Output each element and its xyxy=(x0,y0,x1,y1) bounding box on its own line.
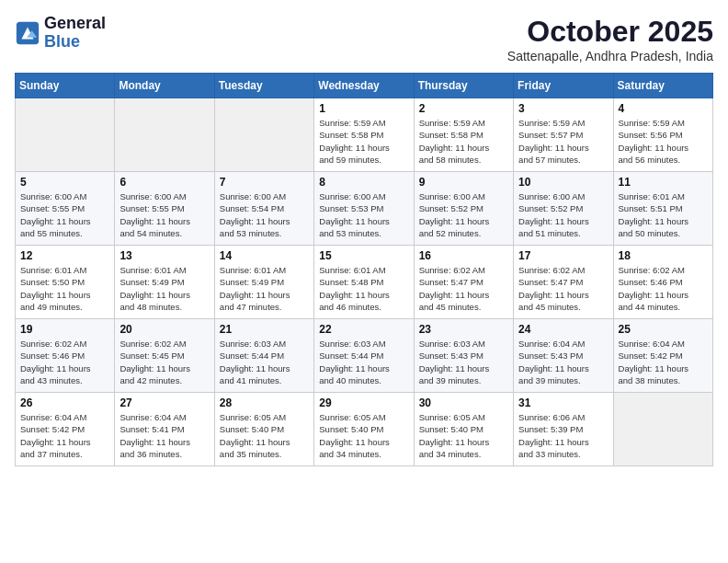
header-saturday: Saturday xyxy=(613,74,712,98)
calendar-cell: 13Sunrise: 6:01 AM Sunset: 5:49 PM Dayli… xyxy=(115,246,214,319)
page-header: General Blue October 2025 Sattenapalle, … xyxy=(15,15,713,63)
day-info: Sunrise: 6:06 AM Sunset: 5:39 PM Dayligh… xyxy=(518,411,608,460)
calendar-cell: 25Sunrise: 6:04 AM Sunset: 5:42 PM Dayli… xyxy=(613,319,712,393)
day-number: 30 xyxy=(419,396,508,409)
day-number: 13 xyxy=(119,249,209,262)
calendar-cell: 9Sunrise: 6:00 AM Sunset: 5:52 PM Daylig… xyxy=(414,172,513,246)
month-title: October 2025 xyxy=(507,15,713,49)
calendar-cell: 8Sunrise: 6:00 AM Sunset: 5:53 PM Daylig… xyxy=(314,172,414,246)
day-info: Sunrise: 6:05 AM Sunset: 5:40 PM Dayligh… xyxy=(220,411,309,460)
day-number: 10 xyxy=(518,176,608,189)
calendar-cell: 10Sunrise: 6:00 AM Sunset: 5:52 PM Dayli… xyxy=(514,172,613,246)
calendar-cell xyxy=(214,98,313,172)
day-info: Sunrise: 5:59 AM Sunset: 5:58 PM Dayligh… xyxy=(319,117,408,166)
day-number: 28 xyxy=(220,396,309,409)
calendar-cell: 11Sunrise: 6:01 AM Sunset: 5:51 PM Dayli… xyxy=(613,172,712,246)
day-info: Sunrise: 5:59 AM Sunset: 5:58 PM Dayligh… xyxy=(419,117,508,166)
calendar-cell: 18Sunrise: 6:02 AM Sunset: 5:46 PM Dayli… xyxy=(613,246,712,319)
day-number: 11 xyxy=(619,176,708,189)
calendar-cell: 29Sunrise: 6:05 AM Sunset: 5:40 PM Dayli… xyxy=(314,393,414,466)
day-number: 4 xyxy=(619,102,708,115)
day-number: 9 xyxy=(419,176,508,189)
day-number: 14 xyxy=(220,249,309,262)
calendar-cell xyxy=(115,98,214,172)
calendar-week-1: 1Sunrise: 5:59 AM Sunset: 5:58 PM Daylig… xyxy=(16,98,713,172)
day-info: Sunrise: 6:00 AM Sunset: 5:52 PM Dayligh… xyxy=(518,190,608,239)
calendar-cell xyxy=(613,393,712,466)
logo-line1: General xyxy=(44,15,106,33)
header-monday: Monday xyxy=(115,74,214,98)
logo: General Blue xyxy=(15,15,106,52)
day-info: Sunrise: 6:00 AM Sunset: 5:55 PM Dayligh… xyxy=(20,190,109,239)
day-info: Sunrise: 5:59 AM Sunset: 5:56 PM Dayligh… xyxy=(619,117,708,166)
calendar-table: SundayMondayTuesdayWednesdayThursdayFrid… xyxy=(15,73,713,466)
calendar-cell: 26Sunrise: 6:04 AM Sunset: 5:42 PM Dayli… xyxy=(16,393,115,466)
calendar-cell: 31Sunrise: 6:06 AM Sunset: 5:39 PM Dayli… xyxy=(514,393,613,466)
day-info: Sunrise: 6:00 AM Sunset: 5:53 PM Dayligh… xyxy=(319,190,408,239)
day-info: Sunrise: 6:02 AM Sunset: 5:46 PM Dayligh… xyxy=(20,338,109,386)
day-info: Sunrise: 6:02 AM Sunset: 5:45 PM Dayligh… xyxy=(119,338,209,386)
day-info: Sunrise: 6:02 AM Sunset: 5:47 PM Dayligh… xyxy=(419,264,508,313)
header-sunday: Sunday xyxy=(16,74,115,98)
header-thursday: Thursday xyxy=(414,74,513,98)
day-number: 22 xyxy=(319,323,408,336)
day-number: 16 xyxy=(419,249,508,262)
day-info: Sunrise: 6:04 AM Sunset: 5:42 PM Dayligh… xyxy=(20,411,109,460)
day-number: 1 xyxy=(319,102,408,115)
day-info: Sunrise: 6:01 AM Sunset: 5:49 PM Dayligh… xyxy=(119,264,209,313)
day-number: 6 xyxy=(119,176,209,189)
calendar-cell: 7Sunrise: 6:00 AM Sunset: 5:54 PM Daylig… xyxy=(214,172,313,246)
calendar-cell: 4Sunrise: 5:59 AM Sunset: 5:56 PM Daylig… xyxy=(613,98,712,172)
calendar-cell: 22Sunrise: 6:03 AM Sunset: 5:44 PM Dayli… xyxy=(314,319,414,393)
day-info: Sunrise: 6:01 AM Sunset: 5:51 PM Dayligh… xyxy=(619,190,708,239)
day-number: 23 xyxy=(419,323,508,336)
calendar-week-5: 26Sunrise: 6:04 AM Sunset: 5:42 PM Dayli… xyxy=(16,393,713,466)
day-info: Sunrise: 6:03 AM Sunset: 5:43 PM Dayligh… xyxy=(419,338,508,386)
day-number: 19 xyxy=(20,323,109,336)
day-number: 27 xyxy=(119,396,209,409)
calendar-header-row: SundayMondayTuesdayWednesdayThursdayFrid… xyxy=(16,74,713,98)
day-number: 17 xyxy=(518,249,608,262)
calendar-cell: 3Sunrise: 5:59 AM Sunset: 5:57 PM Daylig… xyxy=(514,98,613,172)
day-number: 21 xyxy=(220,323,309,336)
calendar-cell xyxy=(16,98,115,172)
day-number: 25 xyxy=(619,323,708,336)
day-number: 7 xyxy=(220,176,309,189)
calendar-cell: 27Sunrise: 6:04 AM Sunset: 5:41 PM Dayli… xyxy=(115,393,214,466)
day-info: Sunrise: 6:02 AM Sunset: 5:47 PM Dayligh… xyxy=(518,264,608,313)
day-number: 24 xyxy=(518,323,608,336)
day-number: 3 xyxy=(518,102,608,115)
day-info: Sunrise: 6:03 AM Sunset: 5:44 PM Dayligh… xyxy=(319,338,408,386)
calendar-cell: 17Sunrise: 6:02 AM Sunset: 5:47 PM Dayli… xyxy=(514,246,613,319)
calendar-cell: 20Sunrise: 6:02 AM Sunset: 5:45 PM Dayli… xyxy=(115,319,214,393)
calendar-cell: 19Sunrise: 6:02 AM Sunset: 5:46 PM Dayli… xyxy=(16,319,115,393)
day-info: Sunrise: 6:05 AM Sunset: 5:40 PM Dayligh… xyxy=(319,411,408,460)
calendar-cell: 12Sunrise: 6:01 AM Sunset: 5:50 PM Dayli… xyxy=(16,246,115,319)
day-info: Sunrise: 6:01 AM Sunset: 5:48 PM Dayligh… xyxy=(319,264,408,313)
day-number: 15 xyxy=(319,249,408,262)
calendar-cell: 23Sunrise: 6:03 AM Sunset: 5:43 PM Dayli… xyxy=(414,319,513,393)
day-number: 18 xyxy=(619,249,708,262)
day-number: 8 xyxy=(319,176,408,189)
day-info: Sunrise: 6:05 AM Sunset: 5:40 PM Dayligh… xyxy=(419,411,508,460)
day-number: 29 xyxy=(319,396,408,409)
calendar-cell: 24Sunrise: 6:04 AM Sunset: 5:43 PM Dayli… xyxy=(514,319,613,393)
calendar-cell: 1Sunrise: 5:59 AM Sunset: 5:58 PM Daylig… xyxy=(314,98,414,172)
calendar-cell: 21Sunrise: 6:03 AM Sunset: 5:44 PM Dayli… xyxy=(214,319,313,393)
day-number: 26 xyxy=(20,396,109,409)
location-subtitle: Sattenapalle, Andhra Pradesh, India xyxy=(507,49,713,63)
logo-line2: Blue xyxy=(44,33,106,52)
calendar-cell: 15Sunrise: 6:01 AM Sunset: 5:48 PM Dayli… xyxy=(314,246,414,319)
day-info: Sunrise: 5:59 AM Sunset: 5:57 PM Dayligh… xyxy=(518,117,608,166)
day-info: Sunrise: 6:00 AM Sunset: 5:52 PM Dayligh… xyxy=(419,190,508,239)
header-wednesday: Wednesday xyxy=(314,74,414,98)
calendar-cell: 6Sunrise: 6:00 AM Sunset: 5:55 PM Daylig… xyxy=(115,172,214,246)
calendar-cell: 28Sunrise: 6:05 AM Sunset: 5:40 PM Dayli… xyxy=(214,393,313,466)
day-info: Sunrise: 6:02 AM Sunset: 5:46 PM Dayligh… xyxy=(619,264,708,313)
calendar-cell: 16Sunrise: 6:02 AM Sunset: 5:47 PM Dayli… xyxy=(414,246,513,319)
day-info: Sunrise: 6:04 AM Sunset: 5:43 PM Dayligh… xyxy=(518,338,608,386)
day-info: Sunrise: 6:00 AM Sunset: 5:55 PM Dayligh… xyxy=(119,190,209,239)
header-friday: Friday xyxy=(514,74,613,98)
calendar-cell: 14Sunrise: 6:01 AM Sunset: 5:49 PM Dayli… xyxy=(214,246,313,319)
calendar-week-4: 19Sunrise: 6:02 AM Sunset: 5:46 PM Dayli… xyxy=(16,319,713,393)
